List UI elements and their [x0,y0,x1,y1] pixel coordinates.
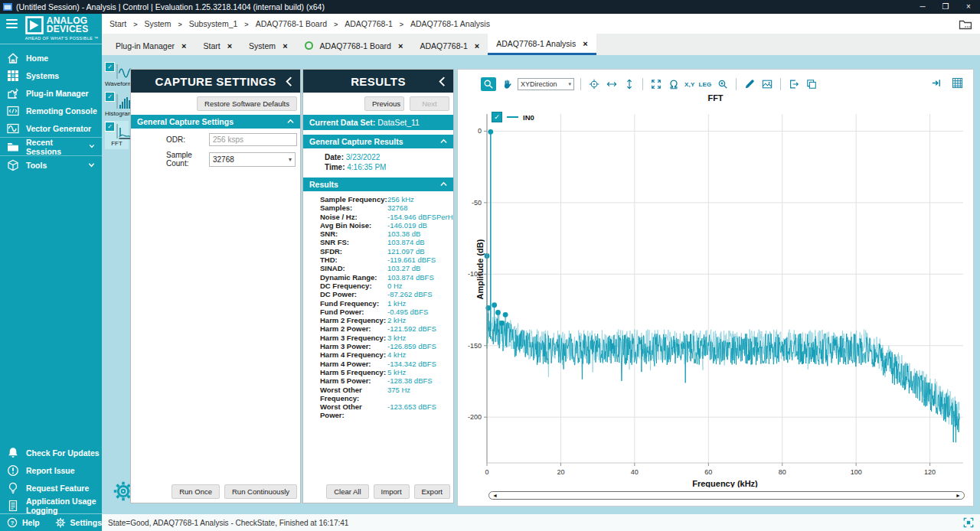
view-checkbox[interactable]: ✓ [105,122,115,132]
chevron-down-icon: ▾ [289,156,292,163]
view-checkbox[interactable]: ✓ [105,62,115,72]
svg-text:-100: -100 [468,270,482,278]
current-data-set: Current Data Set: DataSet_11 [303,115,453,130]
legend-toggle[interactable]: LEG [699,81,712,88]
center-icon[interactable] [587,78,601,91]
tab-close-icon[interactable]: × [181,41,186,50]
next-button[interactable]: Next [410,96,449,111]
metric-row-harm-3-frequency: Harm 3 Frequency: 3 kHz [320,334,453,342]
clear-all-button[interactable]: Clear All [326,484,368,499]
sidebar-item-systems[interactable]: Systems [0,67,102,84]
breadcrumb-item-system[interactable]: System [144,19,171,28]
sidebar-item-vector-generator[interactable]: Vector Generator [0,119,102,137]
breadcrumb-item-subsystem-1[interactable]: Subsystem_1 [189,19,238,28]
results-panel: RESULTS Previous Next Current Data Set: … [302,69,454,503]
tab-start[interactable]: Start × [194,36,240,55]
breadcrumb-item-adaq7768-1[interactable]: ADAQ7768-1 [345,19,392,28]
scroll-left-icon[interactable]: ◄ [492,492,498,499]
tools-icon [7,159,19,171]
general-capture-results-section[interactable]: General Capture Results [303,135,453,148]
sidebar-item-recent-sessions[interactable]: Recent Sessions [0,137,102,155]
tab-adaq7768-1-board[interactable]: ADAQ7768-1 Board × [296,36,412,55]
view-item-waveform[interactable]: ✓ Waveform [105,61,129,90]
metric-row-samples: Samples: 32768 [320,204,453,212]
minimize-button[interactable]: ─ [911,0,934,14]
sample-count-select[interactable]: 32768 ▾ [209,152,296,167]
fft-plot[interactable]: 0204060801001200-50-100-150-200Frequency… [458,105,975,487]
hamburger-menu-icon[interactable] [0,16,25,31]
tab-plug-in-manager[interactable]: Plug-in Manager × [107,36,194,55]
view-item-fft[interactable]: ✓ FFT [105,121,129,149]
sidebar-item-home[interactable]: Home [0,49,102,67]
sidebar-item-application-usage-logging[interactable]: Application Usage Logging [0,497,102,514]
breadcrumb-item-adaq7768-1-board[interactable]: ADAQ7768-1 Board [256,19,327,28]
close-button[interactable]: × [957,0,980,14]
chevron-down-icon [88,161,95,168]
tab-close-icon[interactable]: × [227,41,232,50]
annotate-icon[interactable] [743,78,756,91]
snapshot-icon[interactable] [760,78,774,91]
chevron-down-icon: ▾ [568,81,571,87]
copy-chart-icon[interactable] [805,78,818,91]
svg-text:120: 120 [924,468,936,476]
tab-close-icon[interactable]: × [583,39,587,48]
tab-close-icon[interactable]: × [283,41,287,50]
sample-count-label: Sample Count: [166,151,209,168]
breadcrumb-item-adaq7768-1-analysis[interactable]: ADAQ7768-1 Analysis [410,19,490,28]
metric-row-fund-power: Fund Power: -0.495 dBFS [320,308,453,316]
general-capture-settings-section[interactable]: General Capture Settings [131,115,300,129]
view-item-histogram[interactable]: ✓ Histogram [105,91,129,119]
xy-direction-select[interactable]: XYDirection▾ [518,78,574,90]
breadcrumb-item-start[interactable]: Start [109,19,126,28]
collapse-right-icon[interactable] [929,77,943,90]
v-resize-icon[interactable] [622,78,636,91]
previous-button[interactable]: Previous [364,96,404,111]
time-value: 4:16:35 PM [347,163,386,171]
h-resize-icon[interactable] [605,78,619,91]
view-checkbox[interactable]: ✓ [105,92,115,102]
run-continuously-button[interactable]: Run Continuously [224,484,297,499]
pan-icon[interactable] [500,78,514,91]
sidebar-item-remoting-console[interactable]: Remoting Console [0,102,102,119]
export-button[interactable]: Export [414,484,450,499]
svg-text:0: 0 [478,127,482,135]
breadcrumb-separator: > [400,21,403,28]
chart-h-scrollbar[interactable]: ◄ ► [488,491,965,500]
legend-line-swatch [507,116,518,118]
tab-close-icon[interactable]: × [475,41,479,50]
run-once-button[interactable]: Run Once [172,484,220,499]
zoom-icon[interactable] [481,77,496,91]
tab-status-dot [305,41,313,50]
metric-row-avg-bin-noise: Avg Bin Noise: -146.019 dB [320,221,453,230]
xy-values-toggle[interactable]: X,Y [684,81,695,88]
zoom-window-icon[interactable] [716,78,730,91]
collapse-panel-icon[interactable] [285,77,293,85]
sidebar-item-request-feature[interactable]: Request Feature [0,479,102,497]
screenshot-grip-icon[interactable] [963,517,974,528]
sidebar-item-check-for-updates[interactable]: Check For Updates [0,444,102,461]
svg-text:0: 0 [485,468,488,476]
tab-adaq7768-1-analysis[interactable]: ADAQ7768-1 Analysis × [488,34,596,55]
tab-system[interactable]: System × [240,36,296,55]
tab-adaq7768-1[interactable]: ADAQ7768-1 × [411,36,488,55]
tab-close-icon[interactable]: × [398,41,403,50]
legend-checkbox[interactable]: ✓ [492,112,502,122]
maximize-button[interactable]: ❐ [934,0,957,14]
sidebar-item-tools[interactable]: Tools [0,155,102,174]
results-section[interactable]: Results [303,178,453,191]
scroll-right-icon[interactable]: ► [956,492,961,499]
restore-defaults-button[interactable]: Restore Software Defaults [197,96,297,111]
chevron-down-icon [89,143,95,150]
session-folder-icon[interactable] [959,18,972,30]
sidebar-item-plug-in-manager[interactable]: Plug-in Manager [0,84,102,102]
sidebar-item-report-issue[interactable]: Report Issue [0,461,102,479]
export-chart-icon[interactable] [787,78,801,91]
data-grid-icon[interactable] [950,77,964,90]
import-button[interactable]: Import [374,484,410,499]
collapse-panel-icon[interactable] [438,77,446,85]
settings-button[interactable]: Settings [48,517,102,528]
omega-revert-icon[interactable] [667,78,681,91]
help-button[interactable]: ? Help [0,517,48,528]
fit-icon[interactable] [649,78,663,91]
odr-input[interactable] [209,133,297,146]
